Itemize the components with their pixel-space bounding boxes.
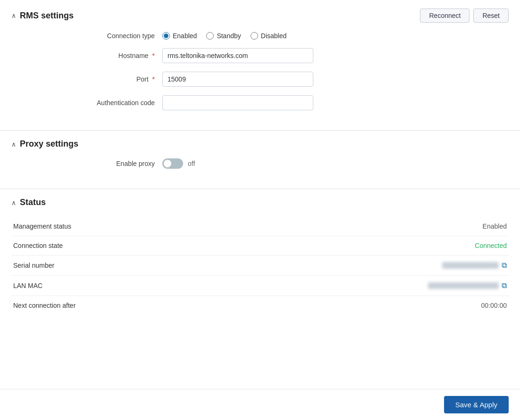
status-chevron-icon[interactable]: ∧ — [11, 199, 16, 206]
radio-standby[interactable]: Standby — [206, 32, 241, 40]
management-status-key: Management status — [13, 222, 71, 230]
serial-copy-wrapper: ⧉ — [442, 261, 507, 270]
toggle-state-label: off — [188, 160, 195, 167]
lan-mac-key: LAN MAC — [13, 282, 42, 289]
connection-type-label: Connection type — [11, 32, 162, 40]
lan-mac-copy-wrapper: ⧉ — [428, 281, 507, 290]
proxy-settings-section: ∧ Proxy settings Enable proxy off — [0, 131, 520, 189]
status-row-next-connection: Next connection after 00:00:00 — [11, 296, 509, 315]
status-title: Status — [20, 198, 46, 207]
next-connection-key: Next connection after — [13, 302, 75, 309]
radio-enabled-label: Enabled — [173, 32, 197, 40]
lan-mac-copy-icon[interactable]: ⧉ — [502, 281, 507, 290]
rms-settings-section: ∧ RMS settings Reconnect Reset Connectio… — [0, 0, 520, 130]
reconnect-button[interactable]: Reconnect — [420, 8, 470, 23]
status-section: ∧ Status Management status Enabled Conne… — [0, 189, 520, 326]
port-label: Port * — [11, 75, 162, 83]
connection-type-radio-group: Enabled Standby Disabled — [162, 32, 286, 40]
status-row-management: Management status Enabled — [11, 217, 509, 236]
radio-disabled-input[interactable] — [251, 32, 258, 40]
page-wrapper: ∧ RMS settings Reconnect Reset Connectio… — [0, 0, 520, 420]
hostname-required: * — [152, 52, 155, 59]
status-section-header: ∧ Status — [11, 198, 509, 207]
connection-state-key: Connection state — [13, 242, 63, 249]
enable-proxy-toggle[interactable] — [162, 158, 183, 169]
rms-title-row: ∧ RMS settings — [11, 11, 74, 21]
proxy-chevron-icon[interactable]: ∧ — [11, 140, 16, 148]
status-row-connection: Connection state Connected — [11, 236, 509, 255]
auth-code-label: Authentication code — [11, 99, 162, 107]
rms-chevron-icon[interactable]: ∧ — [11, 12, 16, 19]
radio-disabled-label: Disabled — [261, 32, 286, 40]
radio-disabled[interactable]: Disabled — [251, 32, 286, 40]
proxy-settings-title: Proxy settings — [20, 139, 78, 149]
save-apply-button[interactable]: Save & Apply — [444, 396, 509, 413]
port-required: * — [152, 75, 155, 83]
toggle-slider — [162, 158, 183, 169]
radio-standby-input[interactable] — [206, 32, 214, 40]
reset-button[interactable]: Reset — [473, 8, 509, 23]
connection-type-row: Connection type Enabled Standby Disabled — [11, 32, 509, 40]
proxy-title-row: ∧ Proxy settings — [11, 139, 78, 149]
footer: Save & Apply — [0, 389, 520, 420]
enable-proxy-label: Enable proxy — [11, 160, 162, 167]
hostname-row: Hostname * — [11, 48, 509, 63]
proxy-settings-header: ∧ Proxy settings — [11, 139, 509, 149]
toggle-wrapper: off — [162, 158, 195, 169]
rms-settings-title: RMS settings — [20, 11, 74, 21]
status-title-row: ∧ Status — [11, 198, 46, 207]
auth-code-input[interactable] — [162, 95, 313, 110]
radio-enabled[interactable]: Enabled — [162, 32, 197, 40]
rms-header-buttons: Reconnect Reset — [420, 8, 509, 23]
auth-code-row: Authentication code — [11, 95, 509, 110]
status-row-serial: Serial number ⧉ — [11, 255, 509, 276]
port-row: Port * — [11, 72, 509, 87]
serial-number-key: Serial number — [13, 262, 54, 269]
connection-state-value: Connected — [475, 242, 507, 249]
serial-copy-icon[interactable]: ⧉ — [502, 261, 507, 270]
radio-enabled-input[interactable] — [162, 32, 170, 40]
lan-mac-blurred — [428, 282, 499, 289]
hostname-input[interactable] — [162, 48, 313, 63]
port-input[interactable] — [162, 72, 313, 87]
hostname-label: Hostname * — [11, 52, 162, 59]
serial-number-blurred — [442, 262, 499, 269]
status-row-lan-mac: LAN MAC ⧉ — [11, 276, 509, 296]
radio-standby-label: Standby — [217, 32, 241, 40]
status-table: Management status Enabled Connection sta… — [11, 217, 509, 315]
enable-proxy-row: Enable proxy off — [11, 158, 509, 169]
next-connection-value: 00:00:00 — [481, 302, 507, 309]
management-status-value: Enabled — [483, 222, 507, 230]
rms-settings-header: ∧ RMS settings Reconnect Reset — [11, 8, 509, 23]
